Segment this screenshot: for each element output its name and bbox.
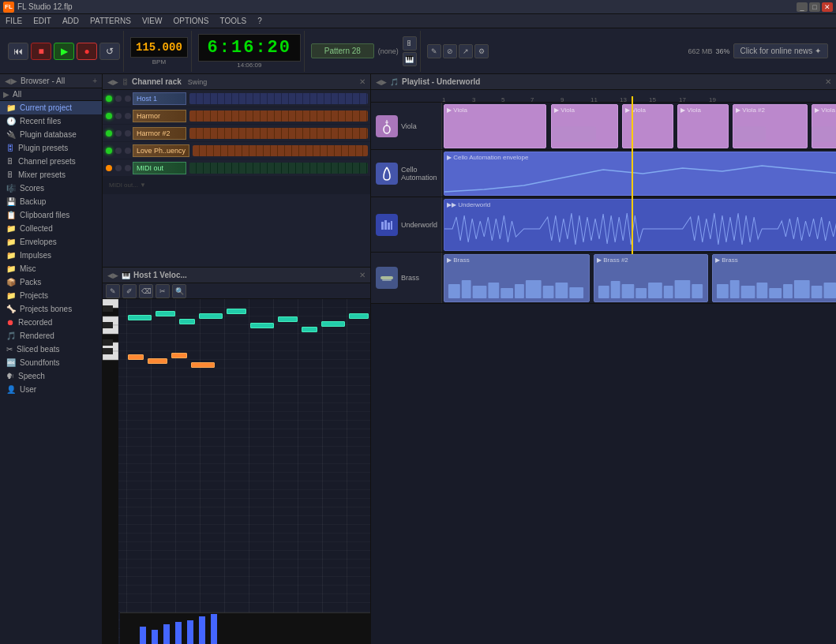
browser-add-icon[interactable]: + xyxy=(92,77,97,85)
stop-button[interactable]: ■ xyxy=(31,43,51,60)
brass-clip-1[interactable]: ▶ Brass xyxy=(444,254,590,302)
track-brass-area[interactable]: ▶ Brass xyxy=(442,253,836,303)
bpm-display[interactable]: 115.000 xyxy=(130,37,188,58)
pr-note[interactable] xyxy=(171,353,187,358)
playlist-close[interactable]: ✕ xyxy=(825,77,831,86)
playlist-chevrons[interactable]: ◀▶ xyxy=(376,78,387,86)
play-button[interactable]: ▶ xyxy=(54,43,74,60)
browser-item-clipboard[interactable]: 📋 Clipboard files xyxy=(0,208,102,222)
browser-item-soundfonts[interactable]: 🔤 Soundfonts xyxy=(0,356,102,369)
minimize-button[interactable]: _ xyxy=(797,2,808,12)
piano-icon[interactable]: 🎹 xyxy=(403,52,417,66)
browser-item-plugin-presets[interactable]: 🎛 Plugin presets xyxy=(0,141,102,155)
channel-led-2[interactable] xyxy=(115,165,122,171)
viola-clip-1[interactable]: ▶ Viola xyxy=(444,104,546,148)
browser-item-packs[interactable]: 📦 Packs xyxy=(0,275,102,289)
browser-item-backup[interactable]: 💾 Backup xyxy=(0,195,102,208)
time-display[interactable]: 6:16:20 xyxy=(198,34,301,62)
channel-led-3[interactable] xyxy=(125,130,131,137)
menu-add[interactable]: ADD xyxy=(60,17,81,25)
browser-item-sliced[interactable]: ✂ Sliced beats xyxy=(0,343,102,356)
brass-clip-3[interactable]: ▶ Brass xyxy=(712,254,836,302)
pr-note[interactable] xyxy=(191,362,215,368)
menu-patterns[interactable]: PATTERNS xyxy=(88,17,133,25)
pattern-selector[interactable]: Pattern 28 xyxy=(311,43,374,58)
channel-led-2[interactable] xyxy=(115,95,122,102)
menu-view[interactable]: VIEW xyxy=(140,17,165,25)
channel-led-2[interactable] xyxy=(115,130,122,137)
viola-clip-3[interactable]: ▶ Viola xyxy=(622,104,673,148)
pr-note[interactable] xyxy=(128,354,144,360)
cello-clip-1[interactable]: ▶ Cello Automation envelope xyxy=(444,152,836,196)
browser-item-speech[interactable]: 🗣 Speech xyxy=(0,369,102,383)
browser-item-mixer-presets[interactable]: 🎚 Mixer presets xyxy=(0,168,102,182)
browser-item-plugin-db[interactable]: 🔌 Plugin database xyxy=(0,128,102,141)
pr-note[interactable] xyxy=(302,327,317,332)
channel-name-harmor[interactable]: Harmor xyxy=(133,110,186,122)
tool-4[interactable]: ⚙ xyxy=(474,44,489,58)
channel-led-3[interactable] xyxy=(125,95,131,102)
menu-edit[interactable]: EDIT xyxy=(31,17,54,25)
pr-draw-tool[interactable]: ✐ xyxy=(122,284,137,298)
pr-cut-tool[interactable]: ✂ xyxy=(156,284,170,298)
track-cello-area[interactable]: ▶ Cello Automation envelope xyxy=(442,150,836,197)
browser-item-projects-bones[interactable]: 🦴 Projects bones xyxy=(0,302,102,316)
channel-led[interactable] xyxy=(106,165,112,171)
menu-file[interactable]: FILE xyxy=(3,17,24,25)
browser-item-recorded[interactable]: ⏺ Recorded xyxy=(0,316,102,329)
browser-item-collected[interactable]: 📁 Collected xyxy=(0,222,102,235)
pr-note[interactable] xyxy=(278,316,298,322)
channel-led-3[interactable] xyxy=(125,113,131,119)
pr-note[interactable] xyxy=(227,309,246,314)
channel-led[interactable] xyxy=(106,148,112,154)
menu-help[interactable]: ? xyxy=(255,17,264,25)
maximize-button[interactable]: □ xyxy=(809,2,820,12)
channel-name-harmor2[interactable]: Harmor #2 xyxy=(133,127,186,140)
channel-name-host1[interactable]: Host 1 xyxy=(133,92,186,105)
browser-item-impulses[interactable]: 📁 Impulses xyxy=(0,249,102,262)
pr-note[interactable] xyxy=(321,321,345,327)
browser-item-recent-files[interactable]: 🕐 Recent files xyxy=(0,114,102,128)
channel-led[interactable] xyxy=(106,130,112,137)
pr-erase-tool[interactable]: ⌫ xyxy=(139,284,153,298)
channel-led[interactable] xyxy=(106,95,112,102)
browser-arrows[interactable]: ◀▶ xyxy=(5,77,17,85)
pr-note[interactable] xyxy=(349,313,369,319)
pr-note[interactable] xyxy=(148,358,167,364)
prev-button[interactable]: ⏮ xyxy=(8,43,28,60)
brass-clip-2[interactable]: ▶ Brass #2 xyxy=(594,254,708,302)
news-button[interactable]: Click for online news ✦ xyxy=(733,43,828,58)
tool-3[interactable]: ↗ xyxy=(459,44,473,58)
underworld-clip-1[interactable]: ▶▶ Underworld xyxy=(444,199,836,251)
channel-rack-close[interactable]: ✕ xyxy=(359,77,366,86)
pr-note[interactable] xyxy=(156,311,175,316)
browser-item-channel-presets[interactable]: 🎚 Channel presets xyxy=(0,155,102,168)
piano-roll-close[interactable]: ✕ xyxy=(359,271,366,279)
browser-item-misc[interactable]: 📁 Misc xyxy=(0,262,102,275)
pr-note[interactable] xyxy=(128,315,152,320)
channel-led-2[interactable] xyxy=(115,113,122,119)
menu-options[interactable]: OPTIONS xyxy=(171,17,211,25)
channel-led-3[interactable] xyxy=(125,148,131,154)
tool-1[interactable]: ✎ xyxy=(427,44,441,58)
channel-name-love[interactable]: Love Ph..uency xyxy=(133,144,189,157)
tool-2[interactable]: ⊘ xyxy=(443,44,457,58)
browser-item-user[interactable]: 👤 User xyxy=(0,383,102,396)
channel-name-midi[interactable]: MIDI out xyxy=(133,162,186,174)
menu-tools[interactable]: TOOLS xyxy=(217,17,249,25)
channel-led[interactable] xyxy=(106,113,112,119)
browser-item-projects[interactable]: 📁 Projects xyxy=(0,289,102,302)
browser-item-current-project[interactable]: 📁 Current project xyxy=(0,101,102,114)
pr-zoom-tool[interactable]: 🔍 xyxy=(172,284,186,298)
browser-item-envelopes[interactable]: 📁 Envelopes xyxy=(0,235,102,249)
channel-led-2[interactable] xyxy=(115,148,122,154)
track-viola-area[interactable]: ▶ Viola ▶ Viola ▶ Viola ▶ Viola ▶ Viola … xyxy=(442,103,836,149)
pr-note[interactable] xyxy=(199,313,223,319)
record-button[interactable]: ● xyxy=(77,43,97,60)
close-button[interactable]: ✕ xyxy=(822,2,833,12)
channel-rack-arrows[interactable]: ◀▶ xyxy=(107,78,118,86)
pr-note[interactable] xyxy=(250,323,274,328)
track-underworld-area[interactable]: ▶▶ Underworld xyxy=(442,197,836,252)
mixer-icon[interactable]: 🎚 xyxy=(403,36,417,51)
browser-chevron[interactable]: ▶ xyxy=(3,90,9,99)
